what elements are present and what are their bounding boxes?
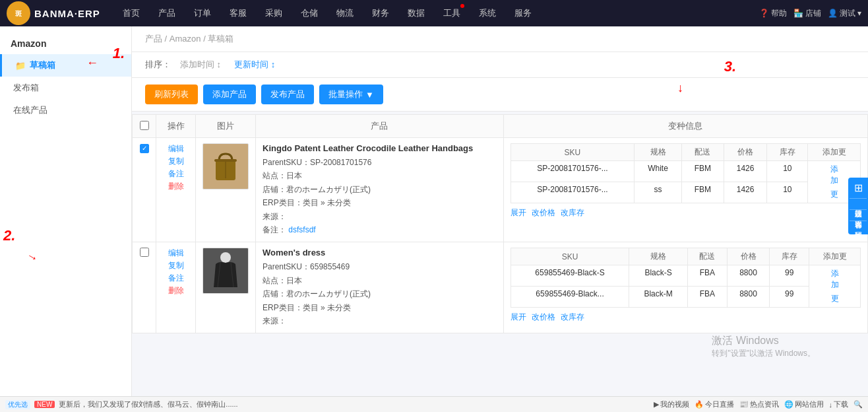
row2-edit[interactable]: 编辑 xyxy=(168,248,184,259)
row1-operations: 编辑 复制 备注 删除 xyxy=(156,138,196,242)
row2-variant-table: SKU 规格 配送 价格 库存 添加更 65985546 xyxy=(511,248,861,308)
row1-change-stock[interactable]: 改库存 xyxy=(561,207,584,219)
sidebar-item-online[interactable]: 在线产品 xyxy=(0,99,131,121)
v4-stock: 99 xyxy=(770,287,809,308)
row1-expand[interactable]: 展开 xyxy=(511,207,526,219)
table-row: ✓ 编辑 复制 备注 删除 xyxy=(133,138,868,242)
v3-price: 8800 xyxy=(728,265,770,287)
v2-price: 1426 xyxy=(724,182,767,203)
nav-purchase[interactable]: 采购 xyxy=(256,0,292,26)
row1-copy[interactable]: 复制 xyxy=(168,156,184,167)
vth-shipping: 配送 xyxy=(681,144,724,161)
row2-details: ParentSKU：659855469 站点：日本 店铺：君のホームカザリ(正式… xyxy=(263,260,497,327)
panel-suggestion[interactable]: 问题建议 xyxy=(851,200,866,208)
refresh-button[interactable]: 刷新列表 xyxy=(145,85,198,104)
row2-operations: 编辑 复制 备注 删除 xyxy=(156,242,196,333)
panel-divider-2 xyxy=(850,209,867,210)
row1-change-price[interactable]: 改价格 xyxy=(532,207,555,219)
help-label: 帮助 xyxy=(771,8,787,19)
sidebar-item-publish[interactable]: 发布箱 xyxy=(0,77,131,99)
nav-customer[interactable]: 客服 xyxy=(220,0,256,26)
nav-product[interactable]: 产品 xyxy=(149,0,185,26)
row2-change-price[interactable]: 改价格 xyxy=(532,312,555,323)
nav-warehouse[interactable]: 仓储 xyxy=(292,0,327,26)
v4-shipping: FBA xyxy=(687,287,727,308)
row1-checkbox-cell: ✓ xyxy=(133,138,156,242)
row2-note[interactable]: 备注 xyxy=(168,273,184,284)
nav-right: ❓ 帮助 🏪 店铺 👤 测试 ▾ xyxy=(759,8,861,19)
select-all-checkbox[interactable] xyxy=(140,121,149,130)
row1-parent-sku: ParentSKU：SP-20081701576 xyxy=(263,156,497,169)
v4-spec: Black-M xyxy=(629,287,688,308)
nav-service[interactable]: 服务 xyxy=(505,0,541,26)
nav-store[interactable]: 🏪 店铺 xyxy=(793,8,821,19)
vth-spec-2: 规格 xyxy=(629,248,688,265)
row1-image-cell xyxy=(196,138,256,242)
row2-variant-cell: SKU 规格 配送 价格 库存 添加更 65985546 xyxy=(503,242,867,333)
v1-price: 1426 xyxy=(724,161,767,182)
add-product-button[interactable]: 添加产品 xyxy=(203,85,256,104)
row1-note[interactable]: 备注 xyxy=(168,168,184,180)
row2-change-stock[interactable]: 改库存 xyxy=(561,312,584,323)
row1-source: 来源： xyxy=(263,210,497,223)
row2-source: 来源： xyxy=(263,314,497,327)
batch-operation-button[interactable]: 批量操作 ▼ xyxy=(319,85,383,104)
sidebar-item-draft[interactable]: 📁 草稿箱 xyxy=(0,54,131,77)
publish-product-button[interactable]: 发布产品 xyxy=(261,85,314,104)
row2-checkbox[interactable] xyxy=(140,248,149,257)
svg-text:斑: 斑 xyxy=(15,10,22,17)
sidebar: 1. ← Amazon 📁 草稿箱 发布箱 在线产品 2. → xyxy=(0,26,132,396)
row1-product-image xyxy=(202,143,249,189)
logo-text: BANMA·ERP xyxy=(34,8,100,19)
win-line1: 激活 Windows xyxy=(712,334,815,348)
sort-label: 排序： xyxy=(145,59,171,71)
row2-delete[interactable]: 删除 xyxy=(168,285,184,296)
row1-product-info: Kingdo Patent Leather Crocodile Leather … xyxy=(256,138,504,242)
row1-station: 站点：日本 xyxy=(263,169,497,182)
row2-erp-category: ERP类目：类目 » 未分类 xyxy=(263,301,497,314)
row2-copy[interactable]: 复制 xyxy=(168,260,184,271)
row1-title: Kingdo Patent Leather Crocodile Leather … xyxy=(263,143,497,153)
sidebar-item-publish-label: 发布箱 xyxy=(13,82,39,94)
sort-bar: 排序： 添加时间 ↕ 更新时间 ↕ xyxy=(132,52,868,78)
breadcrumb: 产品 / Amazon / 草稿箱 xyxy=(132,26,868,52)
sidebar-section-title: Amazon xyxy=(0,33,131,54)
nav-user[interactable]: 👤 测试 ▾ xyxy=(828,8,861,19)
win-line2: 转到"设置"以激活 Windows。 xyxy=(712,348,815,359)
row1-edit[interactable]: 编辑 xyxy=(168,143,184,154)
nav-system[interactable]: 系统 xyxy=(470,0,505,26)
main-layout: 1. ← Amazon 📁 草稿箱 发布箱 在线产品 2. → 产品 / Ama… xyxy=(0,26,868,396)
row1-note-text: 备注： dsfsfsdf xyxy=(263,223,497,236)
add-link-1[interactable]: 添加 xyxy=(830,164,838,186)
row1-delete[interactable]: 删除 xyxy=(168,181,184,192)
sort-add-time[interactable]: 添加时间 ↕ xyxy=(176,57,225,72)
nav-data[interactable]: 数据 xyxy=(398,0,434,26)
draft-icon: 📁 xyxy=(15,61,26,71)
vth-spec: 规格 xyxy=(635,144,682,161)
row1-variant-cell: SKU 规格 配送 价格 库存 添加更 SP-20081 xyxy=(503,138,867,242)
nav-home[interactable]: 首页 xyxy=(113,0,149,26)
v1-spec: White xyxy=(635,161,682,182)
row1-checkbox[interactable]: ✓ xyxy=(140,144,149,153)
vth-price-2: 价格 xyxy=(728,248,770,265)
panel-customer-service[interactable]: 客服咨询 xyxy=(851,211,866,219)
row2-expand[interactable]: 展开 xyxy=(511,312,526,323)
nav-help[interactable]: ❓ 帮助 xyxy=(759,8,787,19)
v3-sku: 659855469-Black-S xyxy=(511,265,629,287)
panel-back-top[interactable]: 返回顶部 xyxy=(851,223,866,230)
row1-details: ParentSKU：SP-20081701576 站点：日本 店铺：君のホームカ… xyxy=(263,156,497,236)
nav-finance[interactable]: 财务 xyxy=(363,0,398,26)
panel-divider-1 xyxy=(850,198,867,199)
th-operation: 操作 xyxy=(156,115,196,138)
nav-order[interactable]: 订单 xyxy=(185,0,220,26)
chevron-down-icon: ▾ xyxy=(857,9,861,18)
nav-logistics[interactable]: 物流 xyxy=(327,0,363,26)
sort-update-time[interactable]: 更新时间 ↕ xyxy=(230,57,279,72)
nav-tools[interactable]: 工具 xyxy=(434,0,470,26)
row1-op-links: 编辑 复制 备注 删除 xyxy=(163,143,189,192)
more-link-1[interactable]: 更 xyxy=(830,189,838,200)
row2-op-links: 编辑 复制 备注 删除 xyxy=(163,248,189,296)
add-link-2[interactable]: 添加 xyxy=(831,268,839,291)
product-table: 操作 图片 产品 变种信息 ✓ 编辑 复制 备注 xyxy=(132,114,868,333)
more-link-2[interactable]: 更 xyxy=(831,293,839,304)
